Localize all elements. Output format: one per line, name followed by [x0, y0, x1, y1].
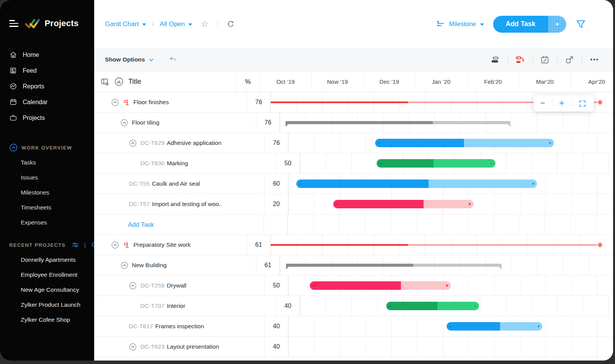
recent-project-item[interactable]: Zylker Product Launch	[0, 297, 94, 312]
calendar-exclude-icon[interactable]	[540, 55, 550, 65]
work-overview-header[interactable]: WORK OVERVIEW	[0, 140, 94, 155]
task-name[interactable]: Interior	[167, 303, 185, 309]
bar-right-handle[interactable]	[538, 325, 540, 328]
task-title-cell[interactable]: DC-T55Caulk and Air seal	[94, 174, 265, 194]
baseline-view-icon[interactable]	[490, 55, 500, 65]
row-collapse-chevron-icon[interactable]	[129, 343, 137, 351]
task-title-cell[interactable]: DC-T623Layout presentation	[94, 337, 265, 357]
task-name[interactable]: Floor finishes	[133, 99, 169, 106]
sidebar-item-expenses[interactable]: Expenses	[0, 215, 94, 230]
recent-project-item[interactable]: Donnelly Apartments	[0, 252, 94, 267]
row-collapse-chevron-icon[interactable]	[129, 282, 137, 290]
undo-icon[interactable]	[169, 55, 177, 64]
task-name[interactable]: Drywall	[167, 282, 186, 289]
milestone-line-bar[interactable]	[271, 244, 597, 246]
bar-right-handle[interactable]	[549, 141, 552, 145]
task-bar[interactable]: «	[386, 302, 479, 310]
task-title-cell[interactable]: DC-T707Interior	[94, 296, 276, 316]
task-title-cell[interactable]: Add Task	[94, 214, 264, 234]
task-name[interactable]: Preparatory Site work	[133, 241, 191, 248]
recent-project-item[interactable]: New Age Consultancy	[0, 282, 94, 297]
refresh-icon[interactable]	[226, 20, 235, 28]
more-options-icon[interactable]	[589, 55, 599, 65]
recent-project-item[interactable]: Employee Enrollment	[0, 267, 94, 282]
column-settings-icon[interactable]	[100, 77, 110, 86]
breadcrumb-filter-dropdown[interactable]: All Open	[160, 20, 185, 28]
percent-column-header[interactable]: %	[236, 71, 260, 92]
sidebar-item-issues[interactable]: Issues	[0, 170, 94, 185]
task-bar[interactable]: «	[333, 200, 474, 208]
bar-left-handle[interactable]: «	[379, 161, 381, 166]
task-name[interactable]: Floor tiling	[132, 119, 160, 126]
sidebar-item-milestones[interactable]: Milestones	[0, 185, 94, 200]
project-search-icon[interactable]	[91, 241, 94, 249]
task-name[interactable]: Marking	[167, 160, 188, 167]
hamburger-menu-icon[interactable]	[9, 20, 18, 27]
parent-task-bar[interactable]	[286, 264, 502, 267]
row-collapse-chevron-icon[interactable]	[111, 98, 119, 106]
milestone-diamond-icon[interactable]	[597, 100, 603, 105]
bar-left-handle[interactable]: «	[389, 303, 391, 308]
bar-left-handle[interactable]: «	[377, 140, 380, 145]
critical-path-icon[interactable]	[515, 55, 525, 65]
breadcrumb-view-dropdown[interactable]: Gantt Chart	[105, 20, 139, 28]
project-filter-icon[interactable]	[71, 241, 80, 249]
bar-right-handle[interactable]	[446, 284, 449, 287]
bar-left-handle[interactable]: «	[449, 324, 451, 329]
task-name[interactable]: Adhesive application	[167, 140, 221, 146]
favorite-star-icon[interactable]: ☆	[201, 19, 209, 29]
row-collapse-chevron-icon[interactable]	[129, 139, 137, 147]
task-title-cell[interactable]: DC-T617Frames inspection	[94, 316, 265, 336]
bar-right-handle[interactable]	[474, 304, 477, 307]
group-by-milestone-dropdown[interactable]: Milestone	[436, 20, 484, 29]
task-title-cell[interactable]: DC-T57Import and testing of woo..	[94, 194, 265, 214]
bar-left-handle[interactable]: «	[336, 201, 338, 206]
bar-right-handle[interactable]	[491, 162, 493, 165]
bar-left-handle[interactable]: «	[299, 181, 301, 186]
task-title-cell[interactable]: DC-T259Drywall	[94, 276, 265, 296]
bar-right-handle[interactable]	[532, 182, 535, 185]
show-options-dropdown[interactable]: Show Options	[105, 56, 154, 63]
fullscreen-icon[interactable]	[565, 55, 574, 65]
task-bar[interactable]: «	[377, 159, 495, 168]
task-bar[interactable]: «	[310, 281, 451, 290]
task-bar[interactable]: «	[296, 180, 537, 188]
bar-left-handle[interactable]: «	[312, 283, 314, 288]
fit-to-screen-icon[interactable]	[578, 99, 587, 108]
row-collapse-chevron-icon[interactable]	[120, 119, 128, 127]
task-title-cell[interactable]: New Building	[94, 255, 256, 275]
task-title-cell[interactable]: Floor tiling	[94, 113, 256, 133]
task-bar[interactable]: «	[447, 322, 542, 331]
collapse-all-icon[interactable]	[114, 77, 124, 86]
add-task-button[interactable]: Add Task	[493, 16, 548, 33]
title-column-header[interactable]: Title	[128, 78, 141, 86]
chevron-down-icon[interactable]	[142, 23, 146, 26]
task-name[interactable]: New Building	[132, 262, 166, 269]
collapse-circle-icon[interactable]	[9, 143, 18, 152]
task-name[interactable]: Frames inspection	[155, 323, 204, 330]
milestone-diamond-icon[interactable]	[597, 242, 603, 248]
zoom-out-button[interactable]: −	[540, 99, 545, 107]
task-title-cell[interactable]: DC-T630Marking	[94, 153, 276, 173]
sidebar-item-timesheets[interactable]: Timesheets	[0, 200, 94, 215]
sidebar-item-feed[interactable]: Feed	[0, 63, 94, 78]
chevron-down-icon[interactable]	[188, 23, 192, 26]
add-task-dropdown-button[interactable]	[548, 16, 566, 33]
task-name[interactable]: Import and testing of woo..	[152, 201, 222, 208]
filter-funnel-icon[interactable]	[575, 19, 586, 30]
row-collapse-chevron-icon[interactable]	[111, 241, 119, 249]
row-collapse-chevron-icon[interactable]	[120, 261, 128, 269]
task-name[interactable]: Layout presentation	[167, 343, 219, 350]
task-bar[interactable]: «	[375, 139, 554, 147]
task-name[interactable]: Caulk and Air seal	[152, 180, 200, 187]
task-title-cell[interactable]: Floor finishes	[94, 92, 247, 112]
task-title-cell[interactable]: DC-T629Adhesive application	[94, 133, 265, 153]
parent-task-bar[interactable]	[286, 121, 510, 124]
zoom-in-button[interactable]: +	[559, 99, 564, 108]
sidebar-item-projects[interactable]: Projects	[0, 110, 94, 126]
task-title-cell[interactable]: Preparatory Site work	[94, 235, 247, 255]
sidebar-item-home[interactable]: Home	[0, 47, 94, 63]
add-task-row-link[interactable]: Add Task	[128, 221, 154, 228]
sidebar-item-tasks[interactable]: Tasks	[0, 155, 94, 170]
recent-project-item[interactable]: Zylker Cofee Shop	[0, 312, 94, 327]
